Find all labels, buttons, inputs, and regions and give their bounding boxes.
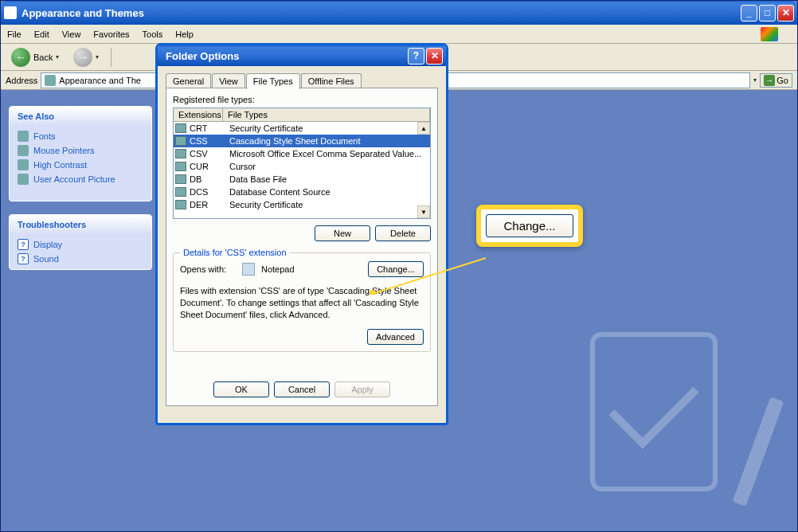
tab-file-types[interactable]: File Types <box>246 73 300 89</box>
list-header: Extensions File Types <box>174 108 430 122</box>
delete-button[interactable]: Delete <box>375 225 431 241</box>
scroll-up-button[interactable]: ▲ <box>417 122 430 135</box>
see-also-header: See Also <box>10 107 151 126</box>
forward-dropdown-icon[interactable]: ▾ <box>96 53 99 61</box>
ext-cell: DER <box>188 200 225 209</box>
background-watermark <box>566 316 773 523</box>
list-item[interactable]: CURCursor <box>174 160 430 173</box>
file-icon <box>175 174 186 184</box>
see-also-panel: See Also Fonts Mouse Pointers High Contr… <box>9 106 152 201</box>
tab-offline-files[interactable]: Offline Files <box>301 73 362 88</box>
user-icon <box>18 174 29 185</box>
cancel-button[interactable]: Cancel <box>274 381 330 397</box>
change-button[interactable]: Change... <box>368 261 424 277</box>
type-cell: Security Certificate <box>225 123 430 133</box>
forward-button[interactable]: → ▾ <box>68 45 104 69</box>
address-label: Address <box>6 76 37 85</box>
back-dropdown-icon[interactable]: ▾ <box>56 53 59 61</box>
file-icon <box>175 123 186 133</box>
mouse-icon <box>18 145 29 156</box>
back-arrow-icon: ← <box>11 48 30 67</box>
close-button[interactable]: ✕ <box>777 5 794 22</box>
ext-cell: DCS <box>188 187 225 197</box>
file-icon <box>175 136 186 146</box>
back-button[interactable]: ← Back ▾ <box>6 45 65 69</box>
col-extensions[interactable]: Extensions <box>174 108 223 121</box>
dialog-help-button[interactable]: ? <box>408 48 424 65</box>
address-dropdown-icon[interactable]: ▾ <box>753 76 757 84</box>
scroll-down-button[interactable]: ▼ <box>417 205 430 218</box>
type-cell: Database Content Source <box>225 187 430 197</box>
list-item[interactable]: CRTSecurity Certificate <box>174 122 430 135</box>
menu-help[interactable]: Help <box>175 29 194 39</box>
troubleshooters-header: Troubleshooters <box>10 215 151 234</box>
type-cell: Security Certificate <box>225 200 430 209</box>
menu-view[interactable]: View <box>62 29 81 39</box>
notepad-icon <box>242 263 255 276</box>
details-title: Details for 'CSS' extension <box>180 248 290 257</box>
back-label: Back <box>33 53 53 62</box>
address-value: Appearance and The <box>59 76 141 85</box>
file-icon <box>175 187 186 197</box>
link-mouse-pointers[interactable]: Mouse Pointers <box>18 143 143 158</box>
type-cell: Cascading Style Sheet Document <box>225 136 430 146</box>
help-icon: ? <box>18 253 29 264</box>
details-groupbox: Details for 'CSS' extension Opens with: … <box>173 252 431 352</box>
menu-file[interactable]: File <box>7 29 22 39</box>
file-types-pane: Registered file types: Extensions File T… <box>166 88 438 406</box>
col-file-types[interactable]: File Types <box>223 108 430 121</box>
list-item[interactable]: CSSCascading Style Sheet Document <box>174 135 430 147</box>
file-icon <box>175 149 186 158</box>
tab-strip: General View File Types Offline Files <box>166 72 438 88</box>
folder-options-dialog: Folder Options ? ✕ General View File Typ… <box>155 43 448 425</box>
dialog-title: Folder Options <box>161 50 408 62</box>
dialog-close-button[interactable]: ✕ <box>426 48 443 65</box>
menu-favorites[interactable]: Favorites <box>93 29 129 39</box>
tab-general[interactable]: General <box>166 73 211 88</box>
ext-cell: CSV <box>188 149 225 158</box>
fonts-icon <box>18 131 29 142</box>
list-item[interactable]: CSVMicrosoft Office Excel Comma Separate… <box>174 147 430 160</box>
list-item[interactable]: DERSecurity Certificate <box>174 198 430 211</box>
list-item[interactable]: DCSDatabase Content Source <box>174 186 430 198</box>
advanced-button[interactable]: Advanced <box>367 329 424 345</box>
main-titlebar[interactable]: Appearance and Themes _ □ ✕ <box>1 1 797 25</box>
list-item[interactable]: DBData Base File <box>174 173 430 186</box>
file-types-list[interactable]: Extensions File Types CRTSecurity Certif… <box>173 108 431 219</box>
maximize-button[interactable]: □ <box>759 5 776 22</box>
opens-with-label: Opens with: <box>180 264 236 274</box>
menu-tools[interactable]: Tools <box>143 29 163 39</box>
callout-change-button: Change... <box>486 214 573 237</box>
link-display[interactable]: ?Display <box>18 237 143 252</box>
link-fonts[interactable]: Fonts <box>18 129 143 143</box>
ext-cell: CSS <box>188 136 225 146</box>
link-user-account-picture[interactable]: User Account Picture <box>18 172 143 186</box>
opens-with-app: Notepad <box>261 264 362 274</box>
help-icon: ? <box>18 239 29 250</box>
registered-label: Registered file types: <box>173 95 431 104</box>
menu-edit[interactable]: Edit <box>34 29 49 39</box>
apply-button: Apply <box>334 381 390 397</box>
go-arrow-icon: → <box>764 75 775 86</box>
file-icon <box>175 200 186 209</box>
tab-view[interactable]: View <box>212 73 245 88</box>
dialog-titlebar[interactable]: Folder Options ? ✕ <box>158 45 446 66</box>
toolbar-separator <box>111 48 111 67</box>
window-title: Appearance and Themes <box>22 7 741 19</box>
type-cell: Cursor <box>225 162 430 171</box>
go-button[interactable]: → Go <box>760 73 792 88</box>
link-sound[interactable]: ?Sound <box>18 252 143 266</box>
callout-highlight: Change... <box>476 205 583 247</box>
details-description: Files with extension 'CSS' are of type '… <box>180 285 424 321</box>
link-high-contrast[interactable]: High Contrast <box>18 158 143 172</box>
type-cell: Data Base File <box>225 174 430 184</box>
new-button[interactable]: New <box>315 225 370 241</box>
ok-button[interactable]: OK <box>213 381 269 397</box>
window-icon <box>4 6 17 19</box>
type-cell: Microsoft Office Excel Comma Separated V… <box>225 149 430 158</box>
go-label: Go <box>776 76 788 85</box>
ext-cell: DB <box>188 174 225 184</box>
forward-arrow-icon: → <box>73 48 92 67</box>
file-icon <box>175 162 186 171</box>
minimize-button[interactable]: _ <box>741 5 757 22</box>
